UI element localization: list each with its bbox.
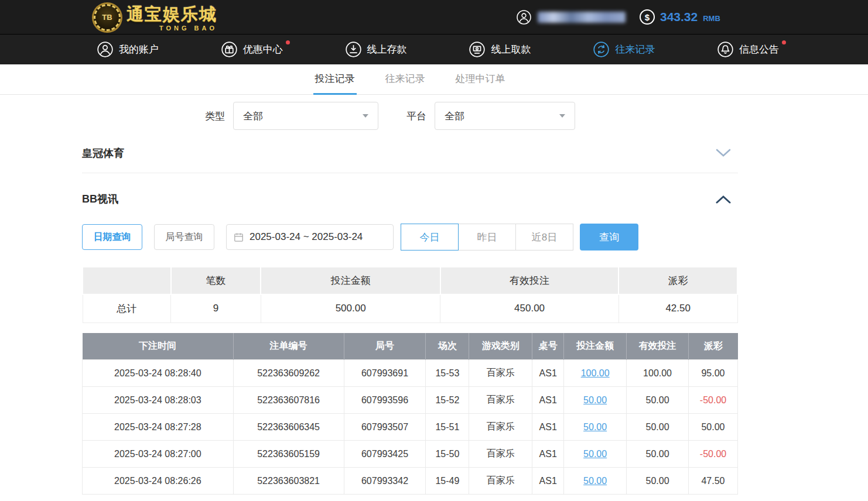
- bet-amount-link[interactable]: 50.00: [583, 422, 607, 432]
- bet-amount-link[interactable]: 50.00: [583, 395, 607, 405]
- col-round-no: 局号: [344, 333, 426, 360]
- round-no: 607993596: [344, 387, 426, 414]
- table-row: 2025-03-24 08:28:40 522363609262 6079936…: [83, 360, 738, 387]
- game-type: 百家乐: [469, 360, 532, 387]
- type-select[interactable]: 全部: [233, 102, 378, 130]
- bet-time: 2025-03-24 08:27:00: [83, 441, 234, 468]
- game-type: 百家乐: [469, 441, 532, 468]
- table-no: AS1: [532, 387, 564, 414]
- session: 15-49: [426, 468, 469, 495]
- quick-range-group: 今日 昨日 近8日: [401, 224, 573, 250]
- table-no: AS1: [532, 441, 564, 468]
- col-valid-bet: 有效投注: [627, 333, 689, 360]
- nav-item-withdraw[interactable]: 线上取款: [469, 35, 531, 65]
- table-row: 2025-03-24 08:27:28 522363606345 6079935…: [83, 414, 738, 441]
- nav-item-transactions[interactable]: 往来记录: [593, 35, 655, 65]
- bet-amount-link[interactable]: 50.00: [583, 476, 607, 486]
- tab-bet-records[interactable]: 投注记录: [313, 64, 357, 95]
- notification-dot: [286, 40, 290, 44]
- search-button[interactable]: 查询: [580, 224, 638, 250]
- summary-payout-value: 42.50: [618, 294, 737, 322]
- account-user[interactable]: [516, 0, 626, 34]
- logo-title: 通宝娱乐城: [127, 3, 217, 26]
- nav-item-promotions[interactable]: 优惠中心: [221, 35, 283, 65]
- payout: 50.00: [689, 414, 738, 441]
- round-no: 607993507: [344, 414, 426, 441]
- section-title: BB视讯: [82, 192, 118, 206]
- section-crown-sports[interactable]: 皇冠体育: [82, 133, 738, 173]
- summary-total-label: 总计: [83, 294, 171, 322]
- summary-count-value: 9: [171, 294, 261, 322]
- summary-header-count: 笔数: [171, 267, 261, 294]
- summary-header-bet-amount: 投注金额: [261, 267, 440, 294]
- summary-header-row: 笔数 投注金额 有效投注 派彩: [83, 267, 737, 294]
- nav-item-announcements[interactable]: 信息公告: [717, 35, 779, 65]
- date-query-button[interactable]: 日期查询: [82, 224, 142, 250]
- table-no: AS1: [532, 360, 564, 387]
- main-nav: 我的账户 优惠中心 线上存款 线上取款 往来记录: [0, 34, 868, 64]
- transactions-icon: [593, 41, 610, 58]
- round-query-button[interactable]: 局号查询: [154, 224, 214, 250]
- date-range-value: 2025-03-24 ~ 2025-03-24: [250, 231, 363, 243]
- round-no: 607993342: [344, 468, 426, 495]
- session: 15-51: [426, 414, 469, 441]
- bet-amount-link[interactable]: 50.00: [583, 449, 607, 459]
- notification-dot: [782, 40, 786, 44]
- summary-bet-amount-value: 500.00: [261, 294, 440, 322]
- session: 15-53: [426, 360, 469, 387]
- table-row: 2025-03-24 08:28:03 522363607816 6079935…: [83, 387, 738, 414]
- bet-no: 522363607816: [233, 387, 344, 414]
- date-range-input[interactable]: 2025-03-24 ~ 2025-03-24: [226, 224, 394, 250]
- col-session: 场次: [426, 333, 469, 360]
- nav-item-deposit[interactable]: 线上存款: [345, 35, 407, 65]
- summary-total-row: 总计 9 500.00 450.00 42.50: [83, 294, 737, 322]
- summary-header-blank: [83, 267, 171, 294]
- session: 15-52: [426, 387, 469, 414]
- chevron-down-icon: [559, 114, 565, 118]
- bet-no: 522363605159: [233, 441, 344, 468]
- valid-bet: 50.00: [627, 468, 689, 495]
- payout: 95.00: [689, 360, 738, 387]
- tab-processing-orders[interactable]: 处理中订单: [454, 64, 507, 95]
- site-logo[interactable]: TB 通宝娱乐城 TONG BAO: [94, 3, 217, 32]
- yesterday-button[interactable]: 昨日: [458, 224, 516, 250]
- announcement-bell-icon: [717, 41, 734, 58]
- bet-no: 522363606345: [233, 414, 344, 441]
- game-type: 百家乐: [469, 468, 532, 495]
- platform-label: 平台: [406, 109, 426, 123]
- last-8-days-button[interactable]: 近8日: [515, 224, 573, 250]
- section-bb-video[interactable]: BB视讯: [82, 181, 738, 217]
- balance-amount: 343.32: [660, 10, 698, 24]
- valid-bet: 100.00: [627, 360, 689, 387]
- tab-transaction-records[interactable]: 往来记录: [384, 64, 427, 95]
- bet-amount-link[interactable]: 100.00: [581, 368, 610, 378]
- query-controls: 日期查询 局号查询 2025-03-24 ~ 2025-03-24 今日 昨日 …: [82, 224, 738, 250]
- summary-header-payout: 派彩: [618, 267, 737, 294]
- filter-row: 类型 全部 平台 全部: [82, 102, 738, 130]
- platform-select[interactable]: 全部: [435, 102, 575, 130]
- user-icon: [516, 9, 532, 25]
- summary-valid-bet-value: 450.00: [440, 294, 618, 322]
- type-label: 类型: [205, 109, 225, 123]
- type-select-value: 全部: [243, 109, 263, 123]
- col-payout: 派彩: [689, 333, 738, 360]
- chevron-down-icon[interactable]: [716, 149, 731, 157]
- game-type: 百家乐: [469, 414, 532, 441]
- balance-currency: RMB: [703, 14, 720, 23]
- bet-time: 2025-03-24 08:28:40: [83, 360, 234, 387]
- summary-table: 笔数 投注金额 有效投注 派彩 总计 9 500.00 450.00 42.50: [82, 266, 738, 323]
- round-no: 607993691: [344, 360, 426, 387]
- table-no: AS1: [532, 468, 564, 495]
- valid-bet: 50.00: [627, 414, 689, 441]
- today-button[interactable]: 今日: [401, 224, 459, 250]
- deposit-icon: [345, 41, 362, 58]
- valid-bet: 50.00: [627, 387, 689, 414]
- bet-time: 2025-03-24 08:26:26: [83, 468, 234, 495]
- content-area: 类型 全部 平台 全部 皇冠体育 BB视讯 日期查询 局号查询: [82, 102, 738, 495]
- chevron-up-icon[interactable]: [716, 195, 731, 204]
- payout: -50.00: [689, 387, 738, 414]
- table-row: 2025-03-24 08:27:00 522363605159 6079934…: [83, 441, 738, 468]
- game-type: 百家乐: [469, 387, 532, 414]
- bet-no: 522363609262: [233, 360, 344, 387]
- nav-item-my-account[interactable]: 我的账户: [97, 35, 159, 65]
